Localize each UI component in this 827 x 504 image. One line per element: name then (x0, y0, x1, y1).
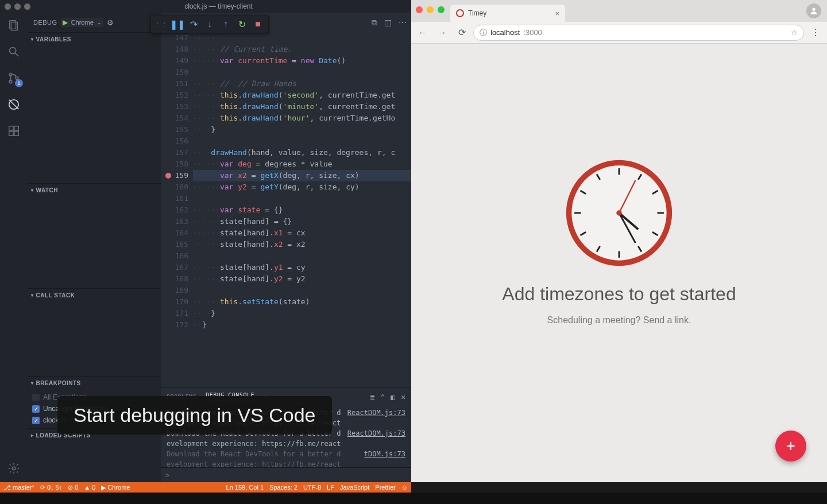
address-bar[interactable]: ⓘ localhost:3000 ☆ (473, 25, 804, 41)
watch-section-header[interactable]: ▾WATCH (28, 184, 161, 196)
page-headline: Add timezones to get started (411, 284, 827, 305)
source-link[interactable]: tDOM.js:73 (364, 449, 405, 459)
open-changes-icon[interactable]: ⧉ (372, 18, 377, 28)
browser-tab[interactable]: Timey × (450, 5, 565, 22)
page-content: Add timezones to get started Scheduling … (411, 44, 827, 482)
page-subline: Scheduling a meeting? Send a link. (411, 315, 827, 325)
close-tab-icon[interactable]: × (555, 9, 559, 18)
scm-badge: 1 (15, 79, 23, 87)
cursor-position[interactable]: Ln 159, Col 1 (226, 484, 264, 491)
language[interactable]: JavaScript (340, 484, 369, 491)
feedback-icon[interactable]: ☺ (401, 484, 408, 491)
back-icon[interactable]: ← (415, 25, 431, 41)
debug-icon[interactable] (6, 96, 22, 113)
url-path: :3000 (523, 28, 542, 37)
errors[interactable]: ⊘ 0 (68, 484, 78, 491)
maximize-icon[interactable] (438, 6, 445, 13)
status-bar: ⎇ master* ⟳ 0↓ 5↑ ⊘ 0 ▲ 0 ▶ Chrome Ln 15… (0, 482, 411, 493)
drag-handle-icon[interactable]: ⋮⋮ (154, 17, 168, 31)
source-link[interactable]: ReactDOM.js:73 (347, 408, 405, 418)
pause-icon[interactable]: ❚❚ (171, 17, 184, 31)
indent[interactable]: Spaces: 2 (269, 484, 297, 491)
svg-line-3 (16, 53, 19, 57)
maximize-icon[interactable] (24, 3, 30, 10)
checkbox-icon[interactable]: ✓ (32, 405, 40, 413)
breakpoints-section-header[interactable]: ▾BREAKPOINTS (28, 377, 161, 389)
checkbox-icon[interactable]: ✓ (32, 417, 40, 424)
debug-console-input[interactable]: > (161, 467, 411, 482)
svg-point-2 (10, 48, 16, 54)
split-editor-icon[interactable]: ◫ (384, 18, 392, 27)
debug-label: DEBUG (33, 19, 57, 26)
git-sync[interactable]: ⟳ 0↓ 5↑ (40, 484, 62, 491)
forward-icon[interactable]: → (434, 25, 450, 41)
close-icon[interactable]: ✕ (401, 393, 405, 401)
svg-rect-11 (9, 131, 13, 135)
callstack-body (28, 301, 161, 376)
code-editor[interactable]: 1471481491501511521531541551561571581591… (161, 32, 411, 387)
encoding[interactable]: UTF-8 (303, 484, 321, 491)
callstack-section-header[interactable]: ▾CALL STACK (28, 289, 161, 301)
svg-rect-12 (14, 131, 18, 135)
restart-icon[interactable]: ↻ (235, 17, 249, 31)
start-debug-icon[interactable]: ▶ (63, 18, 68, 26)
svg-rect-9 (9, 126, 13, 130)
debug-toolbar[interactable]: ⋮⋮ ❚❚ ↷ ↓ ↑ ↻ ■ (150, 15, 269, 33)
close-icon[interactable] (416, 6, 423, 13)
debug-header: DEBUG ▶ Chrome ⌄ ⚙ (28, 13, 161, 32)
chrome-window: Timey × ← → ⟳ ⓘ localhost:3000 ☆ ⋮ (411, 0, 827, 482)
favicon-icon (456, 9, 464, 17)
prettier[interactable]: Prettier (375, 484, 395, 491)
panel-layout-icon[interactable]: ◧ (391, 393, 395, 401)
launch-config-select[interactable]: Chrome (69, 19, 96, 26)
svg-point-28 (616, 210, 622, 216)
close-icon[interactable] (5, 3, 11, 10)
url-domain: localhost (490, 28, 520, 37)
step-into-icon[interactable]: ↓ (203, 17, 217, 31)
reload-icon[interactable]: ⟳ (454, 25, 470, 41)
bookmark-icon[interactable]: ☆ (791, 28, 798, 37)
tab-title: Timey (468, 9, 486, 17)
more-icon[interactable]: ⋯ (399, 18, 407, 27)
step-out-icon[interactable]: ↑ (219, 17, 233, 31)
stop-icon[interactable]: ■ (251, 17, 265, 31)
minimize-icon[interactable] (14, 3, 21, 10)
filter-icon[interactable]: ≣ (370, 393, 375, 401)
debug-settings-icon[interactable]: ⚙ (107, 18, 114, 27)
minimize-icon[interactable] (427, 6, 434, 13)
add-fab-button[interactable]: + (775, 431, 806, 462)
source-link[interactable]: ReactDOM.js:73 (347, 428, 405, 439)
chrome-toolbar: ← → ⟳ ⓘ localhost:3000 ☆ ⋮ (411, 22, 827, 44)
clock-illustration (565, 158, 674, 267)
chrome-titlebar: Timey × (411, 0, 827, 22)
svg-point-13 (12, 467, 16, 470)
eol[interactable]: LF (327, 484, 334, 491)
search-icon[interactable] (6, 44, 22, 60)
explorer-icon[interactable] (6, 17, 22, 33)
window-title: clock.js — timey-client (30, 2, 407, 10)
settings-gear-icon[interactable] (6, 460, 22, 476)
source-control-icon[interactable]: 1 (6, 70, 22, 86)
git-branch[interactable]: ⎇ master* (3, 484, 34, 491)
collapse-icon[interactable]: ⌃ (381, 393, 385, 401)
extensions-icon[interactable] (6, 123, 22, 139)
activity-bar: 1 (0, 13, 28, 482)
window-controls[interactable] (5, 3, 30, 10)
site-info-icon[interactable]: ⓘ (480, 28, 487, 38)
debug-target[interactable]: ▶ Chrome (101, 484, 130, 491)
svg-point-5 (9, 80, 12, 83)
svg-rect-10 (14, 126, 18, 130)
checkbox-icon[interactable] (32, 394, 40, 401)
overlay-caption: Start debugging in VS Code (57, 396, 332, 435)
watch-body (28, 196, 161, 288)
chevron-down-icon[interactable]: ⌄ (97, 20, 102, 25)
warnings[interactable]: ▲ 0 (84, 484, 95, 491)
step-over-icon[interactable]: ↷ (187, 17, 200, 31)
window-controls[interactable] (416, 6, 445, 13)
menu-icon[interactable]: ⋮ (807, 25, 824, 41)
variables-body (28, 45, 161, 183)
profile-icon[interactable] (806, 3, 821, 18)
desktop-area (0, 493, 827, 504)
variables-section-header[interactable]: ▾VARIABLES (28, 33, 161, 45)
svg-point-4 (9, 73, 12, 76)
